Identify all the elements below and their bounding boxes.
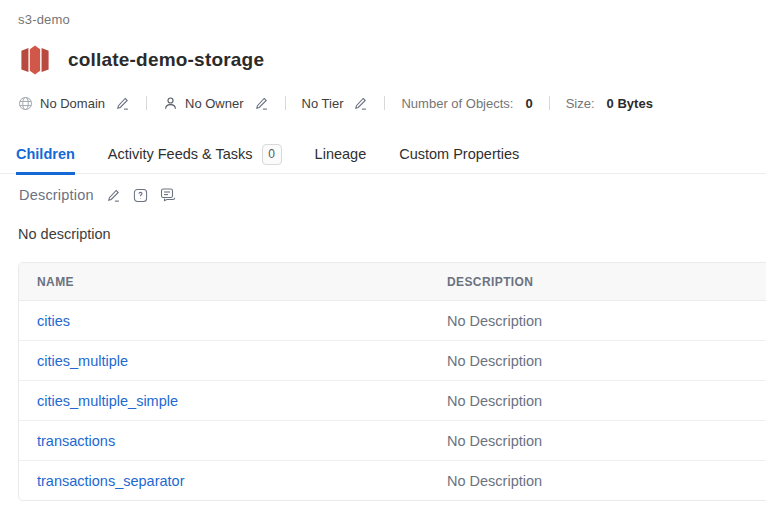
tab-activity-feeds-label: Activity Feeds & Tasks [108,146,253,162]
container-details-page: s3-demo collate-demo-storage No Domain [0,0,766,520]
table-body: cities No Description cities_multiple No… [19,301,766,500]
edit-description-pencil-icon[interactable] [106,188,121,203]
request-description-question-square-icon[interactable] [133,188,148,203]
column-header-description: DESCRIPTION [429,263,766,300]
divider [384,96,385,110]
page-title: collate-demo-storage [68,49,264,71]
description-empty-text: No description [18,226,111,242]
children-table: NAME DESCRIPTION cities No Description c… [18,262,766,501]
child-link-transactions-separator[interactable]: transactions_separator [37,473,185,489]
child-link-cities-multiple-simple[interactable]: cities_multiple_simple [37,393,178,409]
tab-bar: Children Activity Feeds & Tasks 0 Lineag… [0,134,766,174]
comments-icon[interactable] [160,187,176,203]
objects-count-value: 0 [525,96,532,111]
tab-custom-properties[interactable]: Custom Properties [399,134,519,174]
meta-row: No Domain No Owner [18,92,653,114]
size-label: Size: [566,96,595,111]
child-link-cities[interactable]: cities [37,313,70,329]
size-section: Size: 0 Bytes [566,96,653,111]
tab-children-label: Children [16,146,75,162]
tier-label: No Tier [302,96,344,111]
objects-count-label: Number of Objects: [401,96,513,111]
size-value: 0 Bytes [607,96,653,111]
table-header: NAME DESCRIPTION [19,263,766,301]
tier-section: No Tier [302,96,369,111]
edit-domain-pencil-icon[interactable] [115,96,130,111]
tab-lineage[interactable]: Lineage [315,134,367,174]
edit-owner-pencil-icon[interactable] [254,96,269,111]
edit-tier-pencil-icon[interactable] [353,96,368,111]
child-description: No Description [429,461,766,500]
table-row: cities_multiple No Description [19,341,766,381]
tab-lineage-label: Lineage [315,146,367,162]
s3-bucket-icon [20,44,50,76]
breadcrumb[interactable]: s3-demo [18,12,70,27]
tab-custom-properties-label: Custom Properties [399,146,519,162]
tab-children[interactable]: Children [16,134,75,174]
table-row: cities No Description [19,301,766,341]
tab-activity-feeds[interactable]: Activity Feeds & Tasks 0 [108,134,282,174]
child-description: No Description [429,301,766,340]
domain-label: No Domain [40,96,105,111]
table-row: cities_multiple_simple No Description [19,381,766,421]
globe-icon [18,96,33,111]
child-link-cities-multiple[interactable]: cities_multiple [37,353,128,369]
divider [285,96,286,110]
title-row: collate-demo-storage [20,44,264,76]
child-description: No Description [429,341,766,380]
child-description: No Description [429,421,766,460]
owner-section: No Owner [163,96,269,111]
domain-section: No Domain [18,96,130,111]
description-title: Description [19,187,94,203]
column-header-name: NAME [19,263,429,300]
user-icon [163,96,178,111]
divider [146,96,147,110]
owner-label: No Owner [185,96,244,111]
description-header: Description [19,187,176,203]
divider [549,96,550,110]
child-description: No Description [429,381,766,420]
table-row: transactions_separator No Description [19,461,766,500]
activity-count-badge: 0 [262,144,282,165]
objects-count-section: Number of Objects: 0 [401,96,532,111]
table-row: transactions No Description [19,421,766,461]
child-link-transactions[interactable]: transactions [37,433,115,449]
